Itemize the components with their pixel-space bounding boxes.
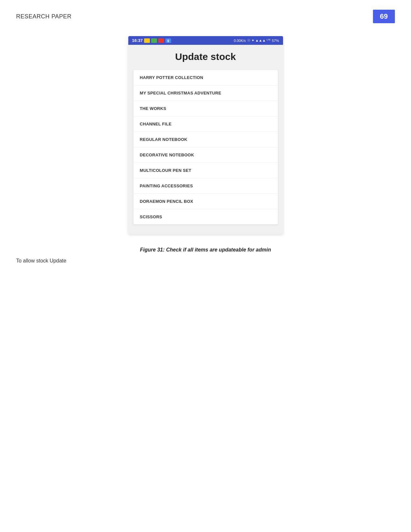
list-item[interactable]: THE WORKS	[133, 101, 278, 116]
status-bar: 16:37 g 0.00K/s ☉ ✦ ▲▲▲ ᴸᵀᴱ 57%	[128, 36, 283, 45]
battery-level: 57%	[272, 39, 279, 43]
google-icon: g	[165, 38, 171, 43]
yellow-notification-icon	[144, 38, 150, 43]
list-item[interactable]: PAINTING ACCESSORIES	[133, 178, 278, 194]
list-item[interactable]: HARRY POTTER COLLECTION	[133, 70, 278, 85]
wifi-icon: ☉ ✦ ▲▲▲ ᴸᵀᴱ	[247, 38, 271, 43]
status-left: 16:37 g	[132, 38, 171, 43]
page-header: RESEARCH PAPER 69	[0, 0, 411, 30]
list-item[interactable]: MY SPECIAL CHRISTMAS ADVENTURE	[133, 85, 278, 101]
green-notification-icon	[151, 38, 157, 43]
list-item[interactable]: CHANNEL FILE	[133, 116, 278, 132]
figure-caption: Figure 31: Check if all items are update…	[0, 247, 411, 253]
status-right: 0.00K/s ☉ ✦ ▲▲▲ ᴸᵀᴱ 57%	[234, 38, 279, 43]
list-item[interactable]: SCISSORS	[133, 209, 278, 224]
list-item[interactable]: MULTICOLOUR PEN SET	[133, 163, 278, 178]
item-list-card: HARRY POTTER COLLECTIONMY SPECIAL CHRIST…	[133, 70, 278, 224]
status-time: 16:37	[132, 38, 143, 43]
list-item[interactable]: DORAEMON PENCIL BOX	[133, 194, 278, 209]
page-number: 69	[373, 10, 395, 23]
app-content: Update stock HARRY POTTER COLLECTIONMY S…	[128, 45, 283, 234]
app-title: Update stock	[133, 51, 278, 62]
body-text: To allow stock Update	[0, 258, 411, 264]
network-speed: 0.00K/s	[234, 39, 246, 43]
list-item[interactable]: DECORATIVE NOTEBOOK	[133, 147, 278, 163]
section-label: RESEARCH PAPER	[16, 13, 72, 20]
phone-container: 16:37 g 0.00K/s ☉ ✦ ▲▲▲ ᴸᵀᴱ 57% Update s…	[0, 36, 411, 234]
mail-icon	[158, 38, 164, 43]
phone-screen: 16:37 g 0.00K/s ☉ ✦ ▲▲▲ ᴸᵀᴱ 57% Update s…	[128, 36, 283, 234]
list-item[interactable]: REGULAR NOTEBOOK	[133, 132, 278, 147]
